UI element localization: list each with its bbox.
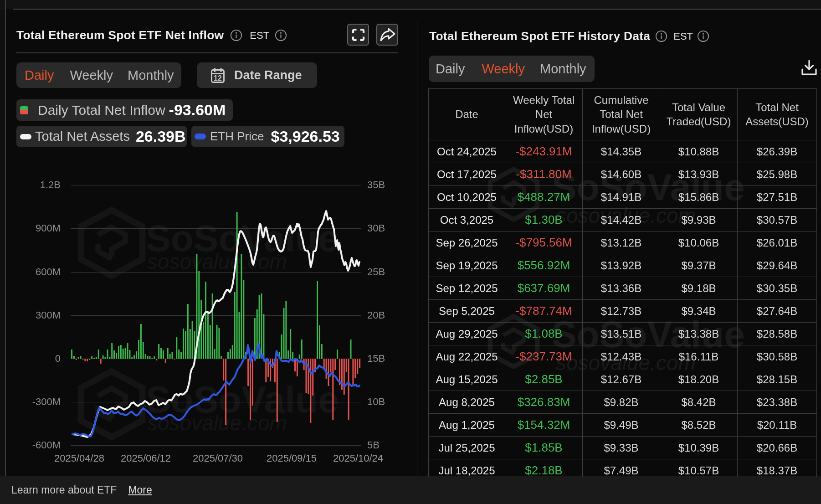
- svg-text:600M: 600M: [36, 266, 61, 278]
- svg-text:5B: 5B: [367, 439, 380, 451]
- svg-text:-300M: -300M: [32, 396, 61, 407]
- svg-text:2025/10/24: 2025/10/24: [333, 453, 383, 464]
- svg-text:sosovalue.com: sosovalue.com: [147, 250, 287, 273]
- svg-text:2025/09/15: 2025/09/15: [267, 453, 317, 464]
- svg-text:1.2B: 1.2B: [40, 179, 61, 190]
- svg-text:30B: 30B: [367, 222, 385, 234]
- svg-text:12: 12: [214, 74, 222, 82]
- svg-text:2025/06/12: 2025/06/12: [121, 453, 171, 464]
- svg-text:0: 0: [55, 353, 61, 364]
- svg-text:10B: 10B: [367, 396, 385, 407]
- svg-text:-600M: -600M: [32, 439, 61, 451]
- svg-text:35B: 35B: [367, 179, 385, 190]
- svg-text:900M: 900M: [36, 222, 61, 234]
- svg-text:2025/07/30: 2025/07/30: [193, 453, 243, 464]
- svg-text:20B: 20B: [367, 309, 385, 321]
- svg-text:15B: 15B: [367, 353, 385, 364]
- svg-text:25B: 25B: [367, 266, 385, 278]
- svg-text:2025/04/28: 2025/04/28: [54, 453, 104, 464]
- svg-text:300M: 300M: [36, 309, 61, 321]
